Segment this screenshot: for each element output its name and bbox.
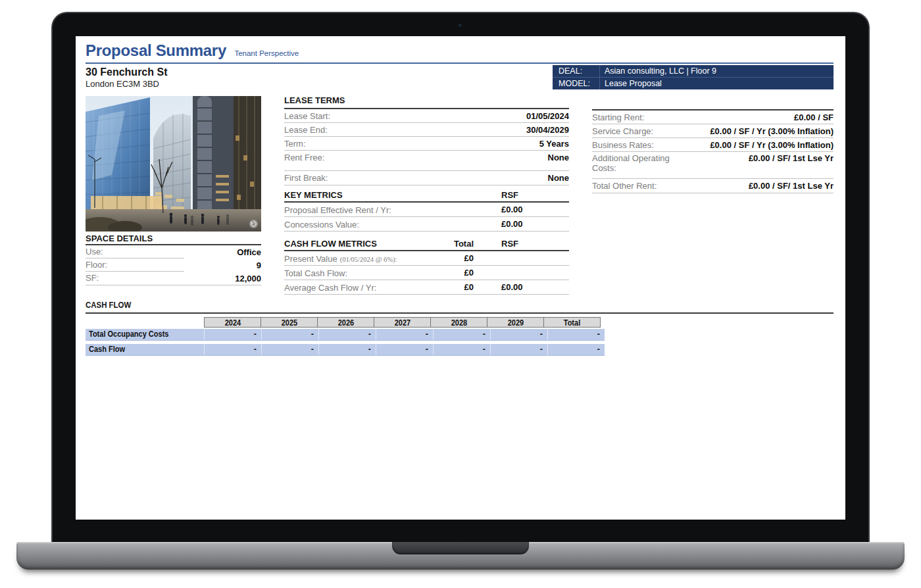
cash-flow-title: CASH FLOW: [86, 300, 131, 310]
space-row-label: Floor:: [86, 258, 184, 272]
deal-row: DEAL: Asian consulting, LLC | Floor 9: [553, 65, 834, 77]
rent-row-rates: Business Rates: £0.00 / SF / Yr (3.00% I…: [592, 138, 834, 152]
km-row-concessions: Concessions Value: £0.00: [284, 217, 569, 232]
rent-row-label: Service Charge:: [592, 126, 653, 136]
rent-row-value: £0.00 / SF: [794, 112, 834, 122]
cf-row-label: Cash Flow: [86, 344, 204, 355]
cfm-row-total-cash-flow: Total Cash Flow: £0: [284, 266, 569, 280]
rent-row-value: £0.00 / SF / Yr (3.00% Inflation): [710, 140, 834, 150]
key-metrics-section: KEY METRICS RSF Proposal Effective Rent …: [284, 190, 569, 232]
cf-cell: -: [204, 329, 261, 340]
photo-watermark-icon: [249, 220, 258, 228]
rent-row-value: £0.00 / SF/ 1st Lse Yr: [749, 152, 834, 163]
laptop-base: [16, 542, 905, 570]
cfm-row-total: £0: [432, 280, 474, 294]
space-row-label: SF:: [86, 272, 184, 285]
cfm-title: CASH FLOW METRICS: [284, 239, 377, 249]
cf-col-total: Total: [543, 317, 601, 328]
space-row-value: 9: [257, 260, 261, 270]
cf-cell: -: [204, 344, 261, 355]
cash-flow-metrics-section: CASH FLOW METRICS Total RSF Present Valu…: [284, 239, 569, 295]
cf-col-2027: 2027: [374, 317, 431, 328]
lease-row-label: Lease End:: [284, 125, 328, 135]
space-row-value: 12,000: [235, 274, 261, 283]
cfm-row-rsf: £0.00: [501, 280, 523, 294]
lease-row-value: None: [548, 173, 570, 183]
cfm-row-label: Present Value: [284, 254, 337, 264]
cf-col-2024: 2024: [204, 317, 261, 328]
cf-col-2028: 2028: [430, 317, 487, 328]
cf-cell: -: [433, 344, 490, 355]
space-row-use: Use: Office: [86, 245, 261, 258]
rent-row-value: £0.00 / SF/ 1st Lse Yr: [749, 181, 834, 191]
cf-row-label: Total Occupancy Costs: [86, 329, 204, 340]
space-row-sf: SF: 12,000: [86, 272, 261, 285]
cf-col-2029: 2029: [487, 317, 544, 328]
property-address: 30 Fenchurch St London EC3M 3BD: [86, 66, 167, 89]
cash-flow-section: CASH FLOW 2024 2025 2026 2027 2028 2029 …: [86, 300, 834, 356]
lease-row-term: Term: 5 Years: [284, 137, 569, 151]
km-row-label: Proposal Effective Rent / Yr:: [284, 205, 391, 215]
km-row-rsf: £0.00: [501, 217, 523, 231]
rent-row-label: Additional Operating Costs:: [592, 152, 684, 173]
lease-terms-title: LEASE TERMS: [284, 95, 569, 109]
property-photo-art: [86, 96, 261, 232]
laptop-base-notch: [392, 542, 529, 554]
cf-col-2026: 2026: [317, 317, 374, 328]
lease-row-end: Lease End: 30/04/2029: [284, 123, 569, 137]
deal-banner: DEAL: Asian consulting, LLC | Floor 9 MO…: [553, 65, 834, 89]
cf-cell: -: [376, 329, 433, 340]
lease-row-rentfree: Rent Free: None: [284, 151, 569, 164]
cf-row-occupancy-costs: Total Occupancy Costs - - - - - - -: [86, 329, 605, 341]
km-row-rsf: £0.00: [501, 203, 523, 216]
space-row-floor: Floor: 9: [86, 258, 261, 272]
cf-cell: -: [318, 344, 376, 355]
cf-cell: -: [261, 329, 318, 340]
cf-cell: -: [261, 344, 318, 355]
lease-row-start: Lease Start: 01/05/2024: [284, 109, 569, 123]
cfm-row-label: Average Cash Flow / Yr:: [284, 283, 376, 293]
km-row-label: Concessions Value:: [284, 220, 359, 230]
cf-cell: -: [376, 344, 433, 355]
space-row-label: Use:: [86, 245, 184, 258]
deal-label: DEAL:: [553, 65, 600, 77]
property-location: London EC3M 3BD: [86, 78, 167, 89]
page-title: Proposal Summary: [86, 41, 226, 60]
page: { "header": { "title": "Proposal Summary…: [0, 0, 921, 588]
rent-terms-header-rule: [592, 95, 834, 110]
lease-row-label: Lease Start:: [284, 111, 330, 121]
cf-cell: -: [318, 329, 376, 340]
cf-col-2025: 2025: [261, 317, 318, 328]
cfm-col-rsf: RSF: [501, 239, 518, 249]
rent-row-label: Total Other Rent:: [592, 181, 657, 191]
key-metrics-col-rsf: RSF: [501, 190, 518, 200]
rent-row-additional: Additional Operating Costs: £0.00 / SF/ …: [592, 152, 834, 179]
doc-header: Proposal Summary Tenant Perspective: [86, 41, 299, 60]
lease-row-value: 5 Years: [539, 139, 569, 149]
cfm-row-note: (01/05/2024 @ 6%):: [340, 256, 397, 263]
rent-row-service: Service Charge: £0.00 / SF / Yr (3.00% I…: [592, 124, 834, 138]
lease-row-label: Term:: [284, 139, 306, 149]
lease-row-value: 30/04/2029: [526, 125, 569, 135]
property-name: 30 Fenchurch St: [86, 66, 167, 78]
cfm-header: CASH FLOW METRICS Total RSF: [284, 239, 569, 251]
lease-terms-section: LEASE TERMS Lease Start: 01/05/2024 Leas…: [284, 95, 569, 185]
screen: Proposal Summary Tenant Perspective 30 F…: [76, 36, 845, 520]
cash-flow-table-header: 2024 2025 2026 2027 2028 2029 Total: [204, 317, 834, 328]
lease-row-value: None: [548, 153, 570, 162]
cfm-row-average-cash-flow: Average Cash Flow / Yr: £0 £0.00: [284, 280, 569, 295]
rent-row-label: Starting Rent:: [592, 112, 645, 122]
space-details-title: SPACE DETAILS: [86, 233, 261, 245]
km-row-effective-rent: Proposal Effective Rent / Yr: £0.00: [284, 203, 569, 217]
cf-cell: -: [547, 329, 605, 340]
laptop-bezel: Proposal Summary Tenant Perspective 30 F…: [51, 12, 870, 542]
page-subtitle: Tenant Perspective: [234, 49, 299, 57]
rent-row-label: Business Rates:: [592, 140, 654, 150]
cf-cell: -: [547, 344, 605, 355]
cfm-row-label: Total Cash Flow:: [284, 268, 347, 278]
cf-row-cash-flow: Cash Flow - - - - - - -: [86, 344, 605, 356]
model-label: MODEL:: [553, 78, 600, 89]
property-photo: [86, 96, 261, 232]
cfm-col-total: Total: [432, 239, 474, 249]
model-value: Lease Proposal: [600, 78, 662, 89]
